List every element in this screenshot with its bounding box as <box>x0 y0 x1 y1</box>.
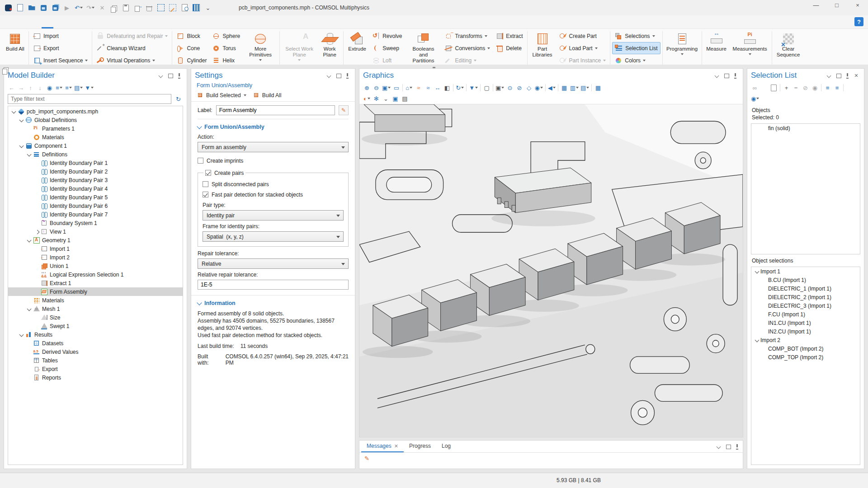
build-all-button[interactable]: Build All <box>4 30 27 68</box>
selection-list-item[interactable]: Import 1 <box>751 267 860 276</box>
clear-sequence-button[interactable]: Clear Sequence <box>774 30 803 68</box>
defeaturing-repair-button[interactable]: Defeaturing and Repair <box>94 30 170 42</box>
expander-icon[interactable] <box>26 297 33 304</box>
expander-icon[interactable] <box>34 160 40 166</box>
logic-button[interactable]: Logical Expression Selection 1 <box>8 270 183 279</box>
defs-button[interactable]: Definitions <box>8 150 183 159</box>
hide-selected-button[interactable]: ⊘ <box>801 83 810 93</box>
toolbar-overflow-button[interactable]: ⌄ <box>203 3 213 13</box>
mph-button[interactable]: pcb_import_components.mph <box>8 107 183 116</box>
select-work-plane-button[interactable]: Select Work Plane <box>282 30 317 68</box>
load-part-button[interactable]: Load Part <box>557 42 609 54</box>
create-part-button[interactable]: Create Part <box>557 30 609 42</box>
action-select[interactable]: Form an assembly <box>198 142 349 152</box>
draw-select-button[interactable] <box>167 3 178 13</box>
view-options-button[interactable]: ◉ <box>533 83 543 93</box>
show-in-graphics-button[interactable]: ◉ <box>750 94 760 103</box>
scene-options-button[interactable]: ⌄ <box>381 94 391 103</box>
revolve-button[interactable]: Revolve <box>370 30 404 42</box>
expander-icon[interactable] <box>26 306 33 312</box>
zoom-extents-button[interactable]: ▭ <box>392 83 401 93</box>
more-primitives-button[interactable]: More Primitives <box>243 30 278 68</box>
zoom-box-button[interactable]: ▣ <box>381 83 392 93</box>
expander-icon[interactable] <box>26 340 33 347</box>
create-imprints-checkbox[interactable] <box>198 158 203 164</box>
expander-icon[interactable] <box>34 194 40 201</box>
go-to-view-button[interactable]: ▤ <box>580 83 590 93</box>
pair-button[interactable]: Identity Boundary Pair 2 <box>8 167 183 176</box>
label-edit-button[interactable]: ✎ <box>339 105 349 115</box>
expander-icon[interactable] <box>19 332 25 338</box>
expander-icon[interactable] <box>762 320 768 326</box>
expander-icon[interactable] <box>34 211 40 218</box>
preview-button[interactable] <box>179 3 190 13</box>
export-table-button[interactable]: ▦ <box>593 83 603 93</box>
expander-icon[interactable] <box>26 134 33 141</box>
move-up-list-button[interactable]: ≡ <box>823 83 832 93</box>
messages-tab[interactable]: Progress✕ <box>404 441 436 452</box>
sphere-button[interactable]: Sphere <box>210 30 242 42</box>
float-panel-icon[interactable] <box>335 72 342 80</box>
selection-list-item[interactable]: F.CU (Import 1) <box>751 310 860 319</box>
expander-icon[interactable] <box>34 254 40 261</box>
delete-button[interactable]: Delete <box>493 42 525 54</box>
expander-icon[interactable] <box>34 186 40 192</box>
toolbar-separator[interactable] <box>491 84 495 91</box>
pair-button[interactable]: Identity Boundary Pair 7 <box>8 210 183 219</box>
copy-messages-button[interactable] <box>372 453 381 463</box>
help-button[interactable]: ? <box>854 17 863 26</box>
extrude-button[interactable]: Extrude <box>345 30 369 68</box>
plot-y-line-button[interactable]: ≈ <box>423 83 433 93</box>
menu-item[interactable] <box>65 15 77 28</box>
split-pairs-checkbox[interactable] <box>203 181 208 187</box>
zoom-out-button[interactable]: ⊖ <box>372 83 381 93</box>
expander-icon[interactable] <box>762 328 768 335</box>
messages-tab[interactable]: Log✕ <box>436 441 456 452</box>
expander-icon[interactable] <box>19 117 25 123</box>
pair-button[interactable]: Identity Boundary Pair 1 <box>8 159 183 167</box>
export-button[interactable]: Export <box>31 42 90 54</box>
remove-from-selection-button[interactable]: − <box>791 83 801 93</box>
toolbar-separator[interactable] <box>820 84 823 91</box>
collapse-all-button[interactable]: ≡ <box>64 83 73 93</box>
selection-list-item[interactable]: DIELECTRIC_2 (Import 1) <box>751 293 860 301</box>
model-tree-node-text-button[interactable]: ▤ <box>73 83 84 93</box>
close-panel-icon[interactable] <box>853 72 860 80</box>
image-snapshot-button[interactable]: ▣ <box>391 94 400 103</box>
selection-list-item[interactable]: Import 2 <box>751 336 860 344</box>
transparency-button[interactable]: ◇ <box>524 83 533 93</box>
comp-button[interactable]: Component 1 <box>8 141 183 150</box>
go-to-default-3d-view-button[interactable]: ⌂ <box>404 83 414 93</box>
expander-icon[interactable] <box>19 143 25 149</box>
menu-item[interactable] <box>89 15 100 28</box>
paste-selection-button[interactable] <box>769 83 778 93</box>
go-back-button[interactable]: ← <box>7 83 16 93</box>
section-information[interactable]: Information <box>198 300 349 306</box>
save-as-button[interactable] <box>50 3 61 13</box>
move-up-button[interactable]: ↑ <box>26 83 35 93</box>
print-button[interactable]: ▤ <box>400 94 410 103</box>
hide-objects-button[interactable]: ⊘ <box>514 83 524 93</box>
pin-panel-icon[interactable] <box>344 72 351 80</box>
expander-icon[interactable] <box>34 246 40 252</box>
gmat-button[interactable]: Materials <box>8 133 183 141</box>
float-panel-icon[interactable] <box>722 72 730 80</box>
zoom-in-button[interactable]: ⊕ <box>362 83 372 93</box>
expander-icon[interactable] <box>11 108 17 115</box>
go-forward-button[interactable]: → <box>16 83 26 93</box>
pair-type-select[interactable]: Identity pair <box>203 210 344 221</box>
datasets-button[interactable]: Datasets <box>8 339 183 347</box>
table-window-button[interactable] <box>191 3 202 13</box>
menu-item[interactable] <box>112 15 124 28</box>
select-entities-button[interactable]: ▦ <box>560 83 569 93</box>
selection-list-item[interactable]: DIELECTRIC_1 (Import 1) <box>751 284 860 293</box>
fast-pair-checkbox[interactable] <box>203 192 208 197</box>
collapse-panel-icon[interactable] <box>713 72 721 80</box>
clear-messages-button[interactable]: ✎ <box>362 453 372 463</box>
build-selected-button[interactable]: Build Selected <box>197 92 246 99</box>
frame-select[interactable]: Spatial (x, y, z) <box>203 231 344 242</box>
expander-icon[interactable] <box>26 366 33 372</box>
plot-x-line-button[interactable]: ≈ <box>414 83 423 93</box>
measure-button[interactable]: Measure <box>704 30 729 68</box>
toolbar-separator[interactable] <box>465 84 468 91</box>
